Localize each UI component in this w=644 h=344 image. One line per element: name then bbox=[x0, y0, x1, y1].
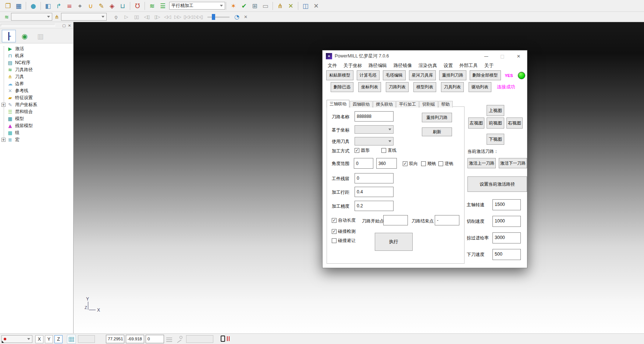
tab-4axis[interactable]: 四轴联动 bbox=[350, 101, 373, 108]
tree-item[interactable]: ▤ NC程序 bbox=[0, 59, 73, 66]
calculator-icon[interactable]: ⊞ bbox=[250, 1, 259, 10]
go-start-button[interactable]: ▯◁◁ bbox=[184, 13, 192, 21]
tab-help[interactable]: 帮助 bbox=[438, 101, 453, 108]
delete-selected-button[interactable]: 删除已选 bbox=[331, 82, 353, 92]
use-tool-dropdown[interactable] bbox=[355, 137, 394, 145]
toolpath-spring-icon[interactable]: ≋ bbox=[2, 13, 11, 21]
cylinders-icon[interactable]: ◫ bbox=[301, 1, 310, 10]
tool-library-button[interactable]: 星河刀具库 bbox=[409, 70, 436, 80]
strategy-dropdown[interactable]: 平行精加工 bbox=[169, 2, 225, 10]
tree-item[interactable]: ▦ 模型 bbox=[0, 115, 73, 122]
tree-item[interactable]: ▰ 特征设置 bbox=[0, 94, 73, 101]
z-axis-button[interactable]: Z bbox=[54, 335, 63, 343]
tool-star-icon[interactable]: ✶ bbox=[229, 1, 238, 10]
refresh-button[interactable]: 刷新 bbox=[422, 127, 452, 136]
angle-end-input[interactable] bbox=[376, 158, 397, 169]
status-combo[interactable] bbox=[1, 335, 32, 343]
tree-item[interactable]: ☰ 层和组合 bbox=[0, 108, 73, 115]
explorer-globe-tab[interactable]: ◉ bbox=[18, 30, 32, 42]
collision-check-icon[interactable]: ∪ bbox=[86, 1, 95, 10]
drive-list-button[interactable]: 驱动列表 bbox=[469, 82, 491, 92]
bidirectional-checkbox[interactable] bbox=[403, 161, 408, 166]
tool-feed-icon[interactable]: ℧ bbox=[133, 1, 142, 10]
coord-list-button[interactable]: 坐标列表 bbox=[358, 82, 381, 92]
slider-handle[interactable] bbox=[212, 14, 215, 20]
close-button[interactable]: ✕ bbox=[510, 51, 527, 62]
menu-about[interactable]: 关于 bbox=[481, 63, 497, 69]
right-view-button[interactable]: 右视图 bbox=[506, 117, 523, 129]
strategy-list-icon[interactable]: ☰ bbox=[158, 1, 167, 10]
menu-about-coords[interactable]: 关于坐标 bbox=[340, 63, 365, 69]
menu-file[interactable]: 文件 bbox=[324, 63, 340, 69]
angle-start-input[interactable] bbox=[354, 158, 373, 169]
explorer-trash-tab[interactable]: ▥ bbox=[33, 30, 47, 42]
block-icon[interactable]: ◧ bbox=[43, 1, 53, 10]
tree-item[interactable]: ≋ 刀具路径 bbox=[0, 66, 73, 73]
tree-item[interactable]: ▲ 残留模型 bbox=[0, 122, 73, 129]
front-view-button[interactable]: 前视图 bbox=[487, 117, 504, 129]
tree-item[interactable]: ✕ 参考线 bbox=[0, 87, 73, 94]
delete-all-models-button[interactable]: 删除全部模型 bbox=[470, 70, 501, 80]
menu-external-tools[interactable]: 外部工具 bbox=[456, 63, 481, 69]
toolpath-connect-icon[interactable]: ↱ bbox=[54, 1, 63, 10]
ruler-icon[interactable]: ▭ bbox=[261, 1, 270, 10]
tab-parallel[interactable]: 平行加工 bbox=[396, 101, 419, 108]
move-cross-icon[interactable]: ✕ bbox=[286, 1, 295, 10]
stepover-input[interactable] bbox=[355, 187, 394, 197]
end-point-input[interactable] bbox=[435, 215, 459, 225]
model-list-button[interactable]: 模型列表 bbox=[413, 82, 436, 92]
toolpath-spring-icon[interactable]: ≋ bbox=[147, 1, 157, 10]
open-file-icon[interactable]: ❐ bbox=[3, 1, 13, 10]
tree-item[interactable]: ▶ 激活 bbox=[0, 45, 73, 52]
grid-snap-button[interactable] bbox=[67, 335, 76, 344]
tool-icon[interactable]: ⋔ bbox=[52, 13, 61, 21]
light-button[interactable]: ϙ bbox=[111, 13, 120, 21]
play-button[interactable]: ▷ bbox=[122, 13, 131, 21]
collision-detect-checkbox[interactable] bbox=[332, 229, 337, 234]
step-back-button[interactable]: ◁▯ bbox=[142, 13, 151, 21]
set-active-path-button[interactable]: 设置当前激活路径 bbox=[467, 176, 527, 192]
sim-tool-dropdown[interactable] bbox=[61, 13, 107, 21]
go-end-button[interactable]: ▷▷▯ bbox=[194, 13, 203, 21]
tab-3axis[interactable]: 三轴联动 bbox=[327, 100, 349, 108]
spindle-speed-input[interactable]: 1500 bbox=[492, 199, 521, 210]
y-axis-button[interactable]: Y bbox=[45, 335, 53, 343]
simulation-speed-slider[interactable] bbox=[207, 14, 230, 20]
status-input-2[interactable] bbox=[186, 335, 213, 343]
circle-checkbox[interactable] bbox=[355, 148, 359, 153]
boundary-lines-icon[interactable]: ≡ bbox=[65, 1, 74, 10]
tool-check-icon[interactable]: ✔ bbox=[239, 1, 249, 10]
activate-prev-button[interactable]: 激活上一刀路 bbox=[467, 158, 496, 168]
save-file-icon[interactable]: ▦ bbox=[14, 1, 23, 10]
menu-settings[interactable]: 设置 bbox=[440, 63, 456, 69]
sim-toolpath-dropdown[interactable] bbox=[11, 13, 52, 21]
tab-saw[interactable]: 切割锯 bbox=[419, 101, 438, 108]
tree-item[interactable]: ☁ 边界 bbox=[0, 80, 73, 87]
explorer-tree-tab[interactable]: ┠ bbox=[2, 30, 16, 42]
rewind-button[interactable]: ◁◁ bbox=[163, 13, 172, 21]
execute-button[interactable]: 执行 bbox=[375, 233, 413, 251]
menu-render-sim[interactable]: 渲染仿真 bbox=[415, 63, 440, 69]
pattern-draw-icon[interactable]: ✎ bbox=[97, 1, 106, 10]
tool-axis-icon[interactable]: ⌖ bbox=[75, 1, 85, 10]
pause-button[interactable]: ▯▯ bbox=[132, 13, 141, 21]
menu-path-edit[interactable]: 路径编辑 bbox=[365, 63, 390, 69]
expand-toggle[interactable]: + bbox=[1, 103, 6, 107]
maximize-button[interactable]: □ bbox=[494, 51, 510, 62]
panel-grip[interactable] bbox=[1, 24, 55, 27]
x-axis-button[interactable]: X bbox=[35, 335, 43, 343]
expand-toggle[interactable]: + bbox=[1, 138, 6, 142]
close-toolbar-icon[interactable]: ✕ bbox=[241, 13, 250, 21]
line-checkbox[interactable] bbox=[381, 148, 386, 153]
skim-feed-input[interactable]: 3000 bbox=[492, 232, 521, 243]
speed-clock-icon[interactable]: ◔ bbox=[232, 13, 241, 21]
calc-block-button[interactable]: 计算毛坯 bbox=[357, 70, 380, 80]
bottom-view-button[interactable]: 下视图 bbox=[487, 134, 504, 145]
plunge-feed-input[interactable]: 500 bbox=[492, 249, 521, 260]
close-toolbar-icon[interactable]: ✕ bbox=[312, 1, 321, 10]
top-view-button[interactable]: 上视图 bbox=[487, 105, 504, 116]
step-forward-button[interactable]: ▯▷ bbox=[153, 13, 161, 21]
conventional-checkbox[interactable] bbox=[438, 161, 443, 166]
close-panel-button[interactable]: ✕ bbox=[67, 23, 72, 28]
paste-new-model-button[interactable]: 粘贴新模型 bbox=[326, 70, 353, 80]
